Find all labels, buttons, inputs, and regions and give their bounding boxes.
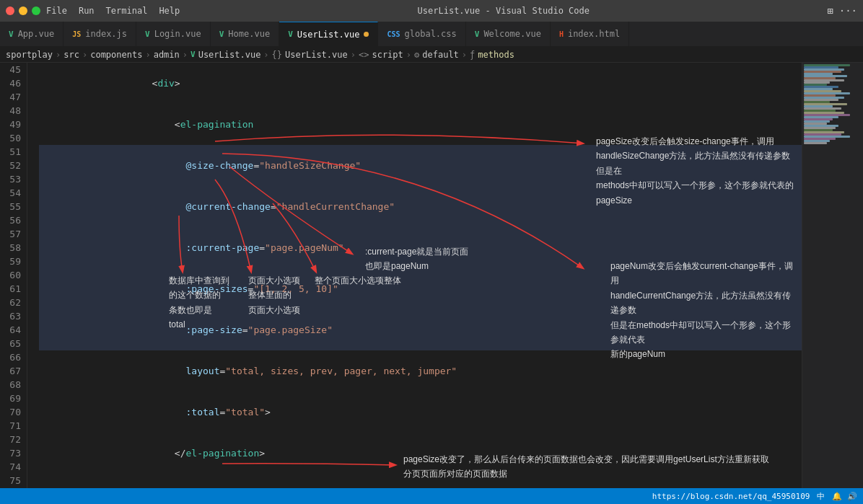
tab-icon-global-css: CSS <box>387 30 400 38</box>
menu-file[interactable]: File <box>46 6 67 16</box>
status-bar: https://blog.csdn.net/qq_45950109 中 🔔 🔊 <box>0 488 863 504</box>
tab-icon-index-js: JS <box>72 30 81 38</box>
tab-label-welcome-vue: Welcome.vue <box>483 29 540 39</box>
bc-userlist-obj[interactable]: UserList.vue <box>285 50 348 60</box>
tab-index-js[interactable]: JS index.js <box>63 22 136 46</box>
tab-welcome-vue[interactable]: V Welcome.vue <box>466 22 551 46</box>
tab-icon-userlist-vue: V <box>288 30 293 39</box>
status-icons: 🔔 🔊 <box>832 492 857 501</box>
title-bar: File Run Terminal Help UserList.vue - Vi… <box>0 0 863 22</box>
minimize-button[interactable] <box>19 6 27 15</box>
main-layout: 45 46 47 48 49 50 51 52 53 54 55 56 57 5… <box>0 63 863 504</box>
tab-label-global-css: global.css <box>405 29 457 39</box>
tab-label-login-vue: Login.vue <box>154 29 201 39</box>
menu-help[interactable]: Help <box>159 6 180 16</box>
code-editor[interactable]: <div> <el-pagination @size-change="handl… <box>27 63 802 504</box>
bc-userlist-file[interactable]: UserList.vue <box>198 50 261 60</box>
bc-src[interactable]: src <box>63 50 79 60</box>
tab-icon-app-vue: V <box>9 30 14 39</box>
bc-sportplay[interactable]: sportplay <box>6 50 53 60</box>
status-lang: 中 <box>817 491 825 502</box>
code-line-45: <div> <box>39 63 802 104</box>
tab-global-css[interactable]: CSS global.css <box>378 22 465 46</box>
tab-icon-login-vue: V <box>145 30 150 39</box>
window-title: UserList.vue - Visual Studio Code <box>185 6 821 16</box>
bc-methods[interactable]: methods <box>478 50 514 60</box>
title-right-controls: ⊞ ··· <box>827 5 857 17</box>
callout-pagesize-change2: pageSize改变了，那么从后台传来的页面数据也会改变，因此需要调用getUs… <box>399 449 774 485</box>
menu-terminal[interactable]: Terminal <box>106 6 148 16</box>
close-button[interactable] <box>6 6 14 15</box>
tab-icon-welcome-vue: V <box>475 30 480 39</box>
tab-label-index-html: index.html <box>568 29 620 39</box>
tab-home-vue[interactable]: V Home.vue <box>211 22 279 46</box>
tab-label-home-vue: Home.vue <box>228 29 270 39</box>
tab-login-vue[interactable]: V Login.vue <box>136 22 211 46</box>
callout-pagesizes-label: 页面大小选项整体里面的页面大小选项 <box>244 270 305 320</box>
bc-script[interactable]: script <box>372 50 403 60</box>
tab-bar: V App.vue JS index.js V Login.vue V Home… <box>0 22 863 47</box>
tab-userlist-vue[interactable]: V UserList.vue <box>279 22 378 46</box>
menu-bar: File Run Terminal Help <box>46 6 180 16</box>
more-icon[interactable]: ··· <box>839 5 857 17</box>
callout-shujuku: 数据库中查询到的这个数据的条数也即是total <box>165 270 234 335</box>
bc-admin[interactable]: admin <box>154 50 180 60</box>
status-url: https://blog.csdn.net/qq_45950109 <box>652 492 810 501</box>
tab-icon-home-vue: V <box>219 30 224 39</box>
code-line-53: :total="total"> <box>39 392 802 433</box>
bc-components[interactable]: components <box>90 50 142 60</box>
window-controls <box>6 6 40 15</box>
minimap <box>802 63 863 504</box>
tab-label-app-vue: App.vue <box>18 29 55 39</box>
tab-label-userlist-vue: UserList.vue <box>297 30 360 40</box>
tab-index-html[interactable]: H index.html <box>551 22 629 46</box>
bc-default[interactable]: default <box>422 50 459 60</box>
tab-modified-dot <box>364 32 369 37</box>
breadcrumb: sportplay › src › components › admin › V… <box>0 47 863 63</box>
menu-run[interactable]: Run <box>79 6 95 16</box>
maximize-button[interactable] <box>32 6 40 15</box>
tab-label-index-js: index.js <box>85 29 127 39</box>
line-numbers: 45 46 47 48 49 50 51 52 53 54 55 56 57 5… <box>0 63 27 504</box>
callout-zhengti: 整个页面大小选项整体 <box>310 270 406 291</box>
editor-area[interactable]: 45 46 47 48 49 50 51 52 53 54 55 56 57 5… <box>0 63 863 504</box>
tab-icon-index-html: H <box>559 30 564 38</box>
callout-pagenum-change: pageNum改变后会触发current-change事件，调用 handleC… <box>606 256 802 365</box>
layout-icon[interactable]: ⊞ <box>827 5 833 17</box>
callout-pagesize: pageSize改变后会触发size-change事件，调用 handleSiz… <box>592 131 802 211</box>
tab-app-vue[interactable]: V App.vue <box>0 22 63 46</box>
